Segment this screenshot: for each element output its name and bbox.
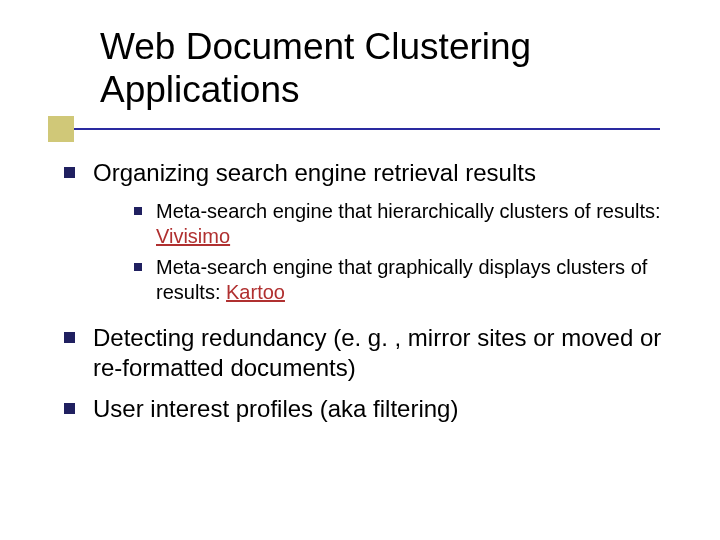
title-underline [50,128,660,130]
subbullet-pretext: Meta-search engine that hierarchically c… [156,200,661,222]
bullet-item-1: Organizing search engine retrieval resul… [64,158,680,187]
subbullet-group-1: Meta-search engine that hierarchically c… [134,199,680,305]
square-bullet-icon [64,332,75,343]
subbullet-text: Meta-search engine that hierarchically c… [156,199,680,249]
subbullet-item-1: Meta-search engine that hierarchically c… [134,199,680,249]
square-bullet-icon [64,167,75,178]
bullet-text: Organizing search engine retrieval resul… [93,158,536,187]
subbullet-text: Meta-search engine that graphically disp… [156,255,680,305]
title-accent-box [48,116,74,142]
slide-title: Web Document Clustering Applications [100,26,690,111]
link-vivisimo[interactable]: Vivisimo [156,225,230,247]
bullet-item-2: Detecting redundancy (e. g. , mirror sit… [64,323,680,382]
subbullet-item-2: Meta-search engine that graphically disp… [134,255,680,305]
bullet-text: Detecting redundancy (e. g. , mirror sit… [93,323,680,382]
bullet-item-3: User interest profiles (aka filtering) [64,394,680,423]
square-bullet-icon [134,263,142,271]
slide-body: Organizing search engine retrieval resul… [64,158,680,435]
title-line-1: Web Document Clustering [100,26,531,67]
link-kartoo[interactable]: Kartoo [226,281,285,303]
slide-title-block: Web Document Clustering Applications [100,26,690,111]
bullet-text: User interest profiles (aka filtering) [93,394,458,423]
square-bullet-icon [134,207,142,215]
slide: Web Document Clustering Applications Org… [0,0,720,540]
square-bullet-icon [64,403,75,414]
title-line-2: Applications [100,69,300,110]
